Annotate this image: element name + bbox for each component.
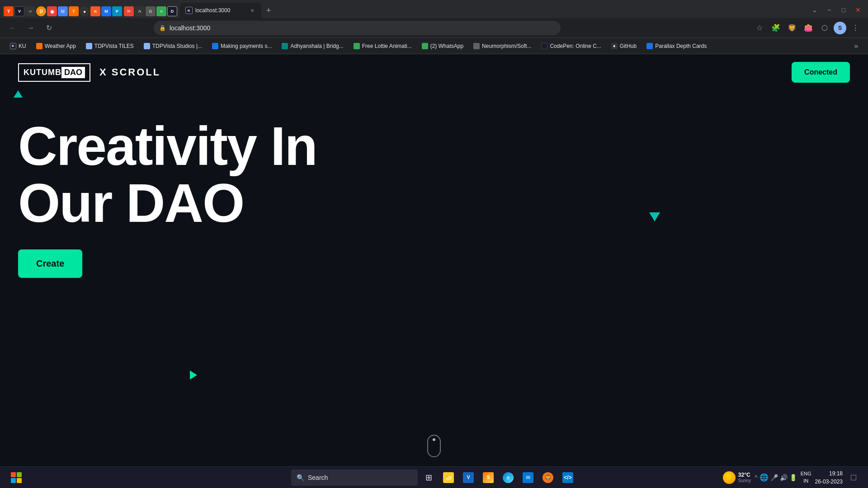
create-button[interactable]: Create xyxy=(18,249,82,278)
reload-button[interactable]: ↻ xyxy=(42,21,56,35)
network-icon[interactable]: 🌐 xyxy=(760,473,769,482)
bookmark-label-weather: Weather App xyxy=(45,43,76,49)
weather-temp: 32°C xyxy=(738,472,751,478)
tab-favicon: K xyxy=(185,7,193,14)
bookmark-label-payments: Making payments s... xyxy=(221,43,272,49)
bookmark-favicon-whatsapp xyxy=(422,43,428,49)
hero-section: Creativity In Our DAO Create xyxy=(0,90,868,296)
logo-container: KUTUMB DAO X SCROLL xyxy=(18,63,160,82)
battery-icon[interactable]: 🔋 xyxy=(789,474,797,481)
bookmark-lottie[interactable]: Free Lottie Animati... xyxy=(349,40,416,52)
new-tab-button[interactable]: + xyxy=(262,4,275,17)
taskbar-vscode[interactable]: </> xyxy=(559,469,577,487)
maximize-button[interactable]: □ xyxy=(837,4,850,16)
bookmark-favicon-github: ♦ xyxy=(611,43,618,49)
bookmark-label-whatsapp: (2) WhatsApp xyxy=(430,43,463,49)
weather-info: 32°C Sunny xyxy=(738,472,751,483)
region-text: IN xyxy=(801,478,811,484)
bookmark-label-neumorphism: Neumorphism/Soft... xyxy=(482,43,531,49)
bookmarks-bar: K KU Weather App TDPVista TILES TDPVista… xyxy=(0,38,868,54)
bookmark-neumorphism[interactable]: Neumorphism/Soft... xyxy=(469,40,536,52)
bookmark-tdpvista-studios[interactable]: TDPVista Studios |... xyxy=(139,40,207,52)
clock-date: 26-03-2023 xyxy=(815,478,843,486)
bookmark-github[interactable]: ♦ GitHub xyxy=(607,40,641,52)
active-tab[interactable]: K localhost:3000 ✕ xyxy=(180,3,261,18)
tab-close-button[interactable]: ✕ xyxy=(249,7,256,14)
system-tray: ^ 🌐 🎤 🔊 🔋 xyxy=(755,473,797,482)
clock-time: 19:18 xyxy=(815,469,843,478)
bookmark-codepen[interactable]: CodePen: Online C... xyxy=(537,40,605,52)
tab-search-button[interactable]: ⌄ xyxy=(808,4,821,16)
chevron-up-icon[interactable]: ^ xyxy=(755,474,758,481)
logo-x-scroll-text: X SCROLL xyxy=(99,66,160,78)
win-pane-yellow xyxy=(17,478,22,483)
decorative-triangle-lower xyxy=(190,371,197,380)
minimize-button[interactable]: − xyxy=(823,4,835,16)
hero-title-line1: Creativity In xyxy=(18,117,850,174)
taskbar-center: 🔍 Search ⊞ 📁 V S e ✉ 🦁 </> xyxy=(291,469,577,487)
bookmark-label-github: GitHub xyxy=(620,43,637,49)
scroll-dot xyxy=(433,438,435,441)
bookmark-favicon-weather xyxy=(36,43,42,49)
action-center-button[interactable]: □ xyxy=(846,470,861,485)
bookmark-label-codepen: CodePen: Online C... xyxy=(550,43,601,49)
menu-button[interactable]: ⋮ xyxy=(848,21,863,35)
taskbar: 🔍 Search ⊞ 📁 V S e ✉ 🦁 </> xyxy=(0,466,868,488)
bookmark-favicon-studios xyxy=(144,43,150,49)
browser-frame: Y V ⇨ D ◉ M Y ● R M P ✉ A G A D K localh… xyxy=(0,0,868,488)
address-bar[interactable]: 🔒 localhost:3000 xyxy=(154,21,561,35)
bookmark-adhyanshala[interactable]: Adhyanshala | Bridg... xyxy=(277,40,348,52)
url-text: localhost:3000 xyxy=(170,24,555,32)
bookmark-favicon-ku: K xyxy=(10,43,16,49)
bookmark-parallax[interactable]: Parallax Depth Cards xyxy=(642,40,711,52)
system-clock: 19:18 26-03-2023 xyxy=(815,469,843,486)
start-button[interactable] xyxy=(7,469,25,487)
search-bar[interactable]: 🔍 Search xyxy=(291,469,418,486)
decorative-triangle-top xyxy=(14,90,23,98)
win-pane-red xyxy=(11,472,16,477)
page-content: KUTUMB DAO X SCROLL Conected Creativity … xyxy=(0,54,868,488)
taskbar-left xyxy=(7,469,25,487)
taskbar-studio[interactable]: S xyxy=(479,469,497,487)
connected-button[interactable]: Conected xyxy=(792,62,850,83)
back-button[interactable]: ← xyxy=(5,21,20,35)
bookmark-tdpvista-tiles[interactable]: TDPVista TILES xyxy=(81,40,138,52)
bookmark-favicon-parallax xyxy=(646,43,653,49)
extensions-button[interactable]: 🧩 xyxy=(769,21,783,35)
security-icon: 🔒 xyxy=(159,25,166,31)
task-view-button[interactable]: ⊞ xyxy=(420,469,438,487)
profile-button[interactable]: S xyxy=(834,22,846,34)
forward-button[interactable]: → xyxy=(24,21,38,35)
bookmark-star-button[interactable]: ☆ xyxy=(752,21,767,35)
bookmark-label-tiles: TDPVista TILES xyxy=(94,43,134,49)
taskbar-file-explorer[interactable]: 📁 xyxy=(439,469,458,487)
windows-icon xyxy=(11,472,22,483)
taskbar-brave[interactable]: 🦁 xyxy=(539,469,557,487)
bookmark-label-studios: TDPVista Studios |... xyxy=(152,43,202,49)
taskbar-virtualbox[interactable]: V xyxy=(459,469,477,487)
bookmark-making-payments[interactable]: Making payments s... xyxy=(208,40,276,52)
extensions-menu-button[interactable]: ⬡ xyxy=(817,21,832,35)
brave-lion-button[interactable]: 🦁 xyxy=(785,21,799,35)
bookmark-ku[interactable]: K KU xyxy=(5,40,31,52)
wallet-button[interactable]: 👛 xyxy=(801,21,816,35)
decorative-triangle-right xyxy=(649,212,660,221)
taskbar-mail[interactable]: ✉ xyxy=(519,469,537,487)
close-button[interactable]: ✕ xyxy=(852,4,864,16)
weather-description: Sunny xyxy=(738,478,751,483)
bookmark-favicon-codepen xyxy=(541,43,547,49)
scroll-indicator xyxy=(427,435,441,457)
weather-widget: 32°C Sunny xyxy=(723,471,751,484)
toolbar-right: ☆ 🧩 🦁 👛 ⬡ S ⋮ xyxy=(752,21,863,35)
bookmark-weather-app[interactable]: Weather App xyxy=(32,40,80,52)
bookmark-whatsapp[interactable]: (2) WhatsApp xyxy=(417,40,468,52)
browser-toolbar: ← → ↻ 🔒 localhost:3000 ☆ 🧩 🦁 👛 ⬡ S ⋮ xyxy=(0,18,868,38)
taskbar-edge[interactable]: e xyxy=(499,469,517,487)
logo-box: KUTUMB DAO xyxy=(18,63,90,82)
bookmarks-overflow-button[interactable]: » xyxy=(850,40,863,52)
tab-bar: Y V ⇨ D ◉ M Y ● R M P ✉ A G A D K localh… xyxy=(0,0,868,18)
hero-title-line2: Our DAO xyxy=(18,174,850,231)
microphone-icon[interactable]: 🎤 xyxy=(770,474,778,481)
speaker-icon[interactable]: 🔊 xyxy=(780,474,788,481)
bookmark-label-adhyanshala: Adhyanshala | Bridg... xyxy=(290,43,343,49)
